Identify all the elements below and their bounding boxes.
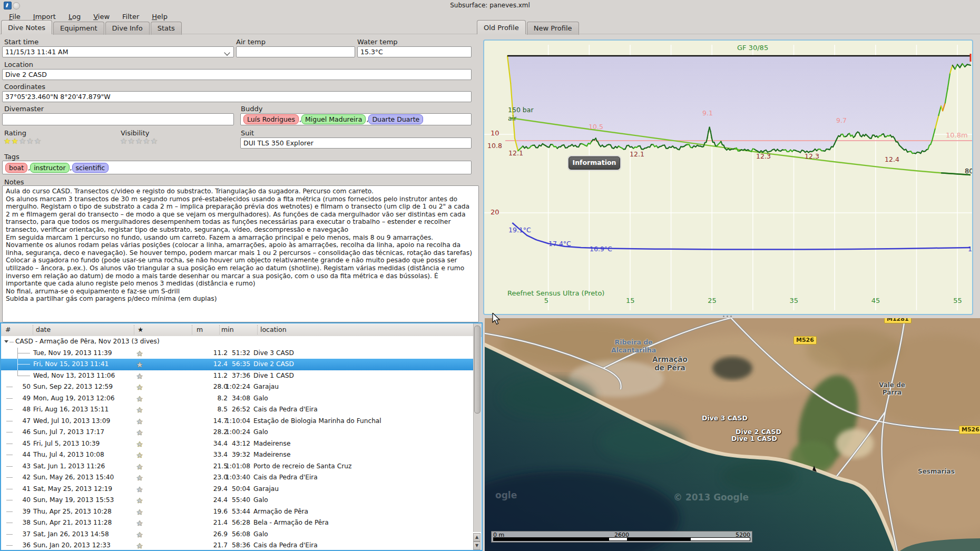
dive-row[interactable]: 39Thu, Apr 25, 2013 10:2819.653:44Armaçã… — [1, 506, 474, 518]
air-temp-field[interactable] — [236, 46, 355, 57]
profile-canvas[interactable] — [484, 41, 972, 314]
star-icon: ★ — [136, 361, 143, 369]
dive-row[interactable]: 41Sat, May 25, 2013 12:1929.450:04Garaja… — [1, 484, 474, 495]
dive-row[interactable]: 44Thu, Jul 4, 2013 10:0833.439:32Madeire… — [1, 449, 474, 461]
dive-row[interactable]: 36Sun, Jan 20, 2013 12:3321.758:36Cais d… — [1, 540, 474, 551]
suit-field[interactable] — [240, 137, 472, 149]
rating-stars[interactable]: ★★★★★ — [4, 137, 42, 145]
notes-field[interactable]: Aula do curso CASD. Transectos c/video e… — [2, 185, 479, 322]
column-header-0[interactable]: # — [5, 326, 11, 333]
column-header-3[interactable]: m — [197, 326, 203, 333]
dive-trip-row[interactable]: CASD - Armação de Pêra, Nov 2013 (3 dive… — [1, 336, 474, 348]
road-badge-icon: M526 — [959, 426, 980, 434]
dive-row[interactable]: 37Sat, Jan 26, 2013 14:5826.956:08Galo★★… — [1, 529, 474, 540]
location-field[interactable] — [2, 69, 472, 80]
star-icon: ★ — [120, 136, 128, 146]
temp-value-label-0: 19.1°C — [508, 226, 531, 234]
depth-value-label-5: 12.3 — [756, 152, 771, 160]
menu-filter[interactable]: Filter — [116, 12, 145, 22]
dive-row[interactable]: Fri, Nov 15, 2013 11:4112.456:35Dive 2 C… — [1, 359, 474, 370]
map-place-label-1: Ribeira de Alcantarilha — [611, 338, 656, 354]
column-header-5[interactable]: location — [260, 326, 287, 333]
pressure-end-label: 80 — [965, 167, 973, 175]
tag-pill[interactable]: Duarte Duarte — [368, 114, 423, 124]
visibility-stars[interactable]: ★★★★★ — [120, 137, 158, 145]
tab-equipment[interactable]: Equipment — [53, 22, 104, 35]
start-time-combo[interactable]: 11/15/13 11:41 AM — [2, 46, 234, 57]
tags-label: Tags — [4, 153, 19, 161]
dive-row[interactable]: 40Sun, May 19, 2013 15:5324.455:40Galo★★… — [1, 495, 474, 506]
depth-axis-tick-1: 20 — [491, 208, 499, 216]
divemaster-label: Divemaster — [4, 105, 44, 113]
depth-value-label-3: 12.1 — [630, 150, 644, 158]
dive-row[interactable]: 45Fri, Jul 5, 2013 10:3934.443:12Madeire… — [1, 438, 474, 450]
depth-value-label-6: 12.3 — [805, 152, 819, 160]
gf-label: GF 30/85 — [737, 44, 768, 52]
dive-row[interactable]: Tue, Nov 19, 2013 11:3911.251:32Dive 3 C… — [1, 348, 474, 359]
tab-dive-info[interactable]: Dive Info — [105, 22, 150, 35]
depth-value-label-1: 12.1 — [508, 149, 523, 157]
tag-pill[interactable]: boat — [5, 163, 27, 173]
dive-row[interactable]: 48Fri, Aug 16, 2013 15:118.526:52Cais da… — [1, 404, 474, 416]
time-axis-tick-3: 35 — [790, 297, 799, 304]
time-axis-tick-5: 55 — [953, 297, 962, 304]
splitter-handle[interactable] — [723, 316, 744, 318]
tag-pill[interactable]: Luís Rodrigues — [243, 114, 299, 124]
depth-value-label-0: 10.8 — [487, 142, 502, 150]
depth-value-label-2: 10.5 — [589, 123, 603, 131]
tab-old-profile[interactable]: Old Profile — [477, 20, 526, 34]
menu-view[interactable]: View — [87, 12, 115, 22]
menu-log[interactable]: Log — [63, 12, 86, 22]
dive-row[interactable]: 50Sun, Sep 22, 2013 12:5928.01:02:24Gara… — [1, 381, 474, 393]
dive-list[interactable]: #date★mminlocation CASD - Armação de Pêr… — [0, 322, 483, 551]
scroll-down-button[interactable]: ▼ — [473, 542, 481, 550]
coordinates-field[interactable] — [2, 91, 472, 102]
suit-label: Suit — [241, 129, 254, 137]
dive-profile-chart[interactable]: GF 30/85150 barair8010.8m102051525354555… — [483, 40, 973, 315]
map-dive-label-2: Dive 1 CASD — [731, 435, 777, 442]
dive-row[interactable]: 49Mon, Aug 19, 2013 12:068.234:08Galo★★★… — [1, 393, 474, 405]
star-icon: ★ — [143, 136, 150, 146]
dive-row[interactable]: 43Sat, Jun 1, 2013 11:2621.51:01:08Porto… — [1, 461, 474, 473]
star-icon: ★ — [136, 464, 143, 471]
star-icon: ★ — [136, 407, 143, 414]
tag-pill[interactable]: instructor — [30, 163, 69, 173]
time-axis-tick-2: 25 — [708, 297, 717, 304]
column-header-2[interactable]: ★ — [138, 326, 143, 333]
dive-row[interactable]: 46Sun, Jul 7, 2013 17:1728.21:00:24Galo★… — [1, 427, 474, 438]
tags-field[interactable]: boat, instructor, scientific — [2, 161, 472, 174]
star-icon: ★ — [136, 441, 143, 448]
buddy-field[interactable]: Luís Rodrigues, Miguel Madureira, Duarte… — [240, 113, 472, 125]
dive-list-scrollbar-handle[interactable] — [474, 326, 481, 414]
collapse-caret-icon — [4, 340, 8, 343]
dive-row[interactable]: 38Sun, Apr 21, 2013 11:2821.456:28Bela -… — [1, 517, 474, 529]
dive-site-map[interactable]: Armação de PêraRibeira de AlcantarilhaVa… — [485, 318, 980, 551]
information-button[interactable]: Information — [569, 156, 620, 170]
temp-value-label-1: 17.4°C — [548, 240, 571, 248]
map-place-label-0: Armação de Pêra — [652, 355, 688, 372]
menu-help[interactable]: Help — [146, 12, 173, 22]
dive-row[interactable]: 42Sun, May 26, 2013 15:4023.01:03:40Cais… — [1, 472, 474, 484]
star-icon: ★ — [136, 452, 143, 459]
tab-stats[interactable]: Stats — [151, 22, 182, 35]
dive-row[interactable]: 47Wed, Jul 10, 2013 13:0914.71:10:04Esta… — [1, 416, 474, 427]
water-temp-field[interactable] — [357, 46, 472, 57]
water-temp-label: Water temp — [357, 38, 398, 46]
tab-new-profile[interactable]: New Profile — [527, 22, 579, 35]
star-icon: ★ — [4, 136, 11, 146]
dive-row[interactable]: Wed, Nov 13, 2013 11:0611.237:36Dive 1 C… — [1, 370, 474, 382]
right-tab-bar: Old ProfileNew Profile — [477, 21, 579, 34]
chevron-down-icon[interactable] — [224, 50, 230, 55]
tag-pill[interactable]: Miguel Madureira — [301, 114, 366, 124]
depth-axis-tick-0: 10 — [491, 129, 499, 137]
tag-pill[interactable]: scientific — [72, 163, 109, 173]
time-axis-tick-0: 5 — [544, 297, 548, 304]
scroll-up-button[interactable]: ▲ — [473, 533, 481, 542]
dive-list-header[interactable]: #date★mminlocation — [1, 323, 482, 337]
star-icon: ★ — [136, 384, 143, 391]
column-header-1[interactable]: date — [36, 326, 51, 333]
tab-dive-notes[interactable]: Dive Notes — [1, 20, 52, 34]
divemaster-field[interactable] — [2, 113, 234, 125]
column-header-4[interactable]: min — [221, 326, 234, 333]
buddy-label: Buddy — [241, 105, 262, 113]
